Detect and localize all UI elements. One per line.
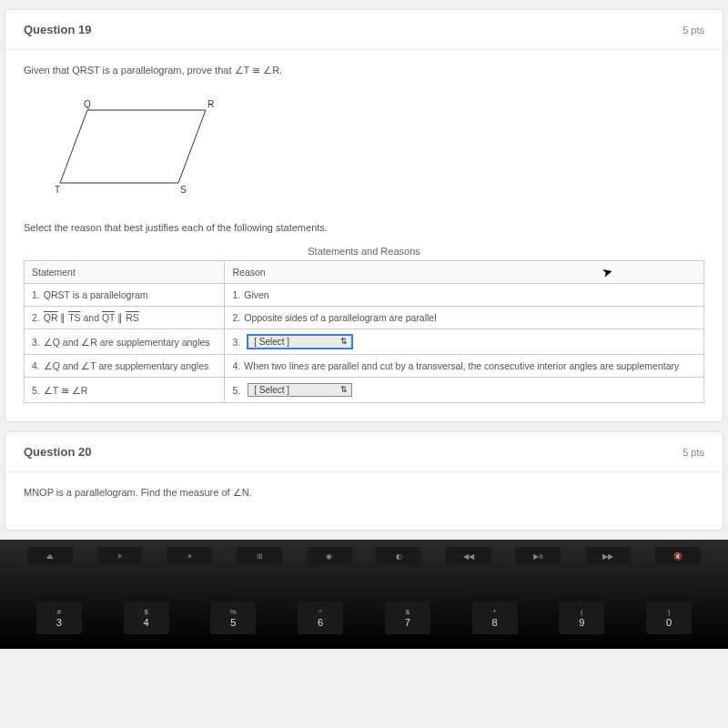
- function-key-row: ⏏ ☀ ☀ ⊞ ◉ ◐ ◀◀ ▶II ▶▶ 🔇: [0, 540, 728, 565]
- key: )0: [646, 602, 692, 634]
- reason-text: When two lines are parallel and cut by a…: [244, 360, 679, 371]
- table-caption: Statements and Reasons: [24, 242, 704, 260]
- question-title: Question 20: [24, 445, 91, 459]
- label-t: T: [55, 185, 60, 195]
- reason-num: 5.: [232, 385, 240, 396]
- stmt-text: ∠T ≅ ∠R: [44, 385, 88, 396]
- question-points: 5 pts: [682, 25, 704, 35]
- question-body: MNOP is a parallelogram. Find the measur…: [5, 472, 723, 530]
- fn-key: ☀: [167, 547, 212, 565]
- stmt-text: ∠Q and ∠T are supplementary angles: [44, 360, 208, 371]
- key: #3: [36, 602, 82, 634]
- reason-select-3[interactable]: [ Select ]: [248, 335, 352, 349]
- prompt-math: ∠T ≅ ∠R.: [235, 65, 283, 76]
- table-row: 2.QR ∥ TS and QT ∥ RS 2.Opposite sides o…: [25, 307, 704, 329]
- question-body: Given that QRST is a parallelogram, prov…: [5, 50, 723, 421]
- laptop-keyboard-area: ⏏ ☀ ☀ ⊞ ◉ ◐ ◀◀ ▶II ▶▶ 🔇 #3 $4 %5 ^6 &7 *…: [0, 540, 728, 649]
- reason-text: Opposite sides of a parallelogram are pa…: [244, 312, 436, 323]
- fn-key: ⏏: [27, 547, 73, 565]
- parallelogram-figure: Q R S T: [51, 96, 233, 197]
- question-19-card: Question 19 5 pts Given that QRST is a p…: [5, 9, 723, 422]
- table-row: 1.QRST is a parallelogram 1.Given: [25, 284, 704, 307]
- key: &7: [385, 602, 430, 634]
- fn-key: ◉: [307, 547, 352, 565]
- reason-num: 1.: [232, 289, 240, 300]
- fn-key: 🔇: [655, 547, 701, 565]
- svg-marker-0: [60, 110, 206, 183]
- label-s: S: [180, 185, 187, 195]
- row-num: 2.: [32, 312, 40, 323]
- fn-key: ◀◀: [446, 547, 491, 565]
- fn-key: ⊞: [237, 547, 282, 565]
- question-header: Question 20 5 pts: [5, 432, 723, 472]
- label-r: R: [207, 99, 214, 109]
- table-row: 4.∠Q and ∠T are supplementary angles 4.W…: [25, 355, 704, 378]
- key: *8: [472, 602, 518, 634]
- table-row: 5.∠T ≅ ∠R 5.[ Select ]: [25, 378, 704, 403]
- reason-num: 3.: [232, 337, 240, 348]
- row-num: 5.: [32, 385, 40, 396]
- header-reason: Reason: [225, 261, 704, 284]
- question-title: Question 19: [24, 23, 91, 36]
- key: %5: [210, 602, 256, 634]
- question-prompt: Given that QRST is a parallelogram, prov…: [24, 65, 704, 76]
- question-points: 5 pts: [682, 447, 704, 458]
- stmt-text: QR ∥ TS and QT ∥ RS: [44, 312, 139, 323]
- instruction-text: Select the reason that best justifies ea…: [24, 222, 704, 233]
- question-20-card: Question 20 5 pts MNOP is a parallelogra…: [5, 431, 723, 531]
- reason-text: Given: [244, 289, 268, 300]
- row-num: 3.: [32, 337, 40, 348]
- key: $4: [124, 602, 169, 634]
- question-prompt: MNOP is a parallelogram. Find the measur…: [24, 487, 704, 499]
- fn-key: ☀: [97, 547, 143, 565]
- fn-key: ◐: [376, 547, 421, 565]
- row-num: 4.: [32, 360, 40, 371]
- prompt-prefix: Given that QRST is a parallelogram, prov…: [24, 65, 235, 76]
- fn-key: ▶II: [515, 547, 561, 565]
- header-statement: Statement: [25, 261, 225, 284]
- number-key-row: #3 $4 %5 ^6 &7 *8 (9 )0: [0, 565, 728, 634]
- stmt-text: ∠Q and ∠R are supplementary angles: [44, 337, 210, 348]
- row-num: 1.: [32, 289, 40, 300]
- proof-table: Statement Reason 1.QRST is a parallelogr…: [24, 260, 704, 403]
- question-header: Question 19 5 pts: [5, 10, 723, 50]
- stmt-text: QRST is a parallelogram: [44, 289, 148, 300]
- table-row: 3.∠Q and ∠R are supplementary angles 3.[…: [25, 329, 704, 355]
- key: (9: [559, 602, 604, 634]
- reason-num: 2.: [232, 312, 240, 323]
- key: ^6: [298, 602, 343, 634]
- label-q: Q: [84, 99, 91, 109]
- reason-select-5[interactable]: [ Select ]: [248, 383, 352, 397]
- fn-key: ▶▶: [585, 547, 631, 565]
- reason-num: 4.: [232, 360, 240, 371]
